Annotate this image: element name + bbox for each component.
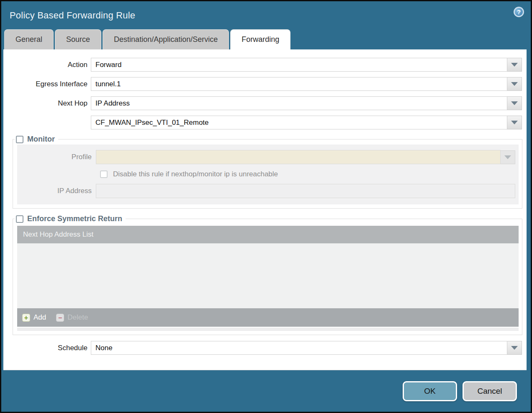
tab-destination-application-service[interactable]: Destination/Application/Service	[103, 29, 229, 49]
egress-interface-row: Egress Interface	[7, 77, 522, 91]
minus-icon: −	[56, 314, 64, 322]
schedule-label: Schedule	[7, 344, 91, 352]
enforce-symmetric-return-legend-label: Enforce Symmetric Return	[27, 214, 122, 223]
add-button-label: Add	[33, 313, 46, 322]
action-row: Action	[7, 58, 522, 72]
schedule-row: Schedule	[7, 341, 522, 355]
chevron-down-icon	[511, 346, 518, 350]
chevron-down-icon	[511, 63, 518, 67]
egress-interface-label: Egress Interface	[7, 80, 91, 88]
next-hop-address-row	[7, 116, 522, 129]
profile-input	[96, 150, 501, 164]
profile-dropdown-button	[501, 150, 515, 164]
table-header: Next Hop Address List	[17, 226, 519, 243]
next-hop-address-input[interactable]	[91, 116, 507, 129]
action-label: Action	[7, 61, 91, 69]
plus-icon: +	[22, 314, 30, 322]
next-hop-address-list-table: Next Hop Address List + Add − Delete	[17, 226, 519, 327]
action-input[interactable]	[91, 58, 507, 72]
monitor-checkbox[interactable]	[16, 136, 23, 143]
enforce-symmetric-return-legend: Enforce Symmetric Return	[15, 214, 126, 223]
ok-button[interactable]: OK	[403, 381, 457, 401]
monitor-ip-address-input	[96, 184, 515, 198]
schedule-input[interactable]	[91, 341, 507, 355]
cancel-button[interactable]: Cancel	[463, 381, 517, 401]
monitor-ip-address-label: IP Address	[17, 187, 96, 195]
monitor-panel: Profile Disable this rule if nexthop/mon…	[17, 145, 519, 204]
disable-rule-row: Disable this rule if nexthop/monitor ip …	[100, 170, 519, 178]
policy-based-forwarding-dialog: Policy Based Forwarding Rule ? General S…	[0, 0, 532, 413]
monitor-legend: Monitor	[15, 135, 58, 144]
disable-rule-label: Disable this rule if nexthop/monitor ip …	[113, 170, 278, 178]
egress-interface-input[interactable]	[91, 77, 507, 91]
dialog-footer: OK Cancel	[1, 370, 531, 412]
table-bottom-strip	[17, 328, 519, 331]
action-dropdown-button[interactable]	[507, 58, 522, 72]
enforce-symmetric-return-checkbox[interactable]	[16, 215, 23, 223]
next-hop-row: Next Hop	[7, 96, 522, 110]
next-hop-address-dropdown-button[interactable]	[507, 116, 522, 129]
chevron-down-icon	[511, 82, 518, 86]
tab-general[interactable]: General	[4, 29, 54, 49]
monitor-section: Monitor Profile Disable this rule if nex…	[13, 135, 522, 209]
next-hop-type-dropdown-button[interactable]	[507, 96, 522, 110]
enforce-symmetric-return-section: Enforce Symmetric Return Next Hop Addres…	[13, 214, 522, 335]
profile-label: Profile	[17, 153, 96, 161]
tab-source[interactable]: Source	[55, 29, 101, 49]
table-body-empty	[17, 243, 519, 308]
next-hop-type-input[interactable]	[91, 96, 507, 110]
disable-rule-checkbox	[100, 170, 108, 178]
chevron-down-icon	[504, 155, 511, 159]
tab-bar: General Source Destination/Application/S…	[1, 29, 531, 49]
profile-row: Profile	[17, 150, 515, 164]
dialog-title: Policy Based Forwarding Rule	[10, 10, 135, 21]
schedule-dropdown-button[interactable]	[507, 341, 522, 355]
dialog-titlebar: Policy Based Forwarding Rule ?	[1, 1, 531, 29]
help-icon[interactable]: ?	[514, 7, 524, 17]
monitor-legend-label: Monitor	[27, 135, 55, 144]
table-header-label: Next Hop Address List	[23, 230, 93, 239]
next-hop-label: Next Hop	[7, 99, 91, 108]
egress-interface-dropdown-button[interactable]	[507, 77, 522, 91]
tab-forwarding[interactable]: Forwarding	[230, 29, 290, 49]
table-toolbar: + Add − Delete	[17, 308, 519, 327]
delete-button: − Delete	[56, 313, 88, 322]
add-button[interactable]: + Add	[22, 313, 46, 322]
monitor-ip-address-row: IP Address	[17, 184, 515, 198]
chevron-down-icon	[511, 101, 518, 105]
chevron-down-icon	[511, 121, 518, 124]
forwarding-tab-panel: Action Egress Interface Next Hop	[3, 49, 527, 370]
delete-button-label: Delete	[67, 313, 88, 322]
